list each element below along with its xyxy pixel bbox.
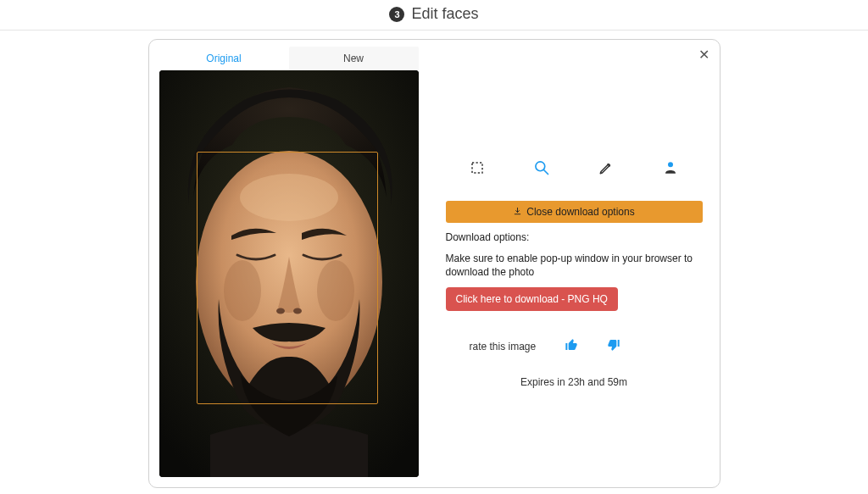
download-options-label: Download options: <box>446 231 703 243</box>
person-icon[interactable] <box>661 158 680 177</box>
close-icon[interactable]: ✕ <box>698 48 709 62</box>
close-download-label: Close download options <box>526 206 634 218</box>
download-help-text: Make sure to enable pop-up window in you… <box>446 252 703 279</box>
tab-original[interactable]: Original <box>159 47 289 70</box>
close-download-button[interactable]: Close download options <box>446 201 703 223</box>
page-title: Edit faces <box>411 5 478 23</box>
thumbs-down-icon[interactable] <box>607 338 620 354</box>
download-icon <box>513 207 522 218</box>
pencil-icon[interactable] <box>597 158 615 177</box>
zoom-icon[interactable] <box>532 158 551 177</box>
expire-text: Expires in 23h and 59m <box>446 376 703 388</box>
editor-card: ✕ Original New <box>148 39 721 488</box>
image-preview <box>159 70 419 477</box>
page-header: 3 Edit faces <box>0 0 868 31</box>
thumbs-up-icon[interactable] <box>565 338 578 354</box>
svg-rect-7 <box>472 163 482 173</box>
rate-label: rate this image <box>470 341 537 352</box>
tool-row <box>446 158 703 177</box>
svg-point-10 <box>668 162 673 167</box>
svg-line-9 <box>544 170 548 175</box>
tab-new[interactable]: New <box>289 47 419 70</box>
download-png-button[interactable]: Click here to download - PNG HQ <box>446 287 618 311</box>
tab-bar: Original New <box>159 47 419 70</box>
face-bounding-box[interactable] <box>197 152 378 404</box>
left-panel: Original New <box>149 40 429 487</box>
select-box-icon[interactable] <box>468 158 487 177</box>
step-badge: 3 <box>389 7 404 22</box>
rate-row: rate this image <box>446 338 703 354</box>
right-panel: Close download options Download options:… <box>429 40 720 487</box>
